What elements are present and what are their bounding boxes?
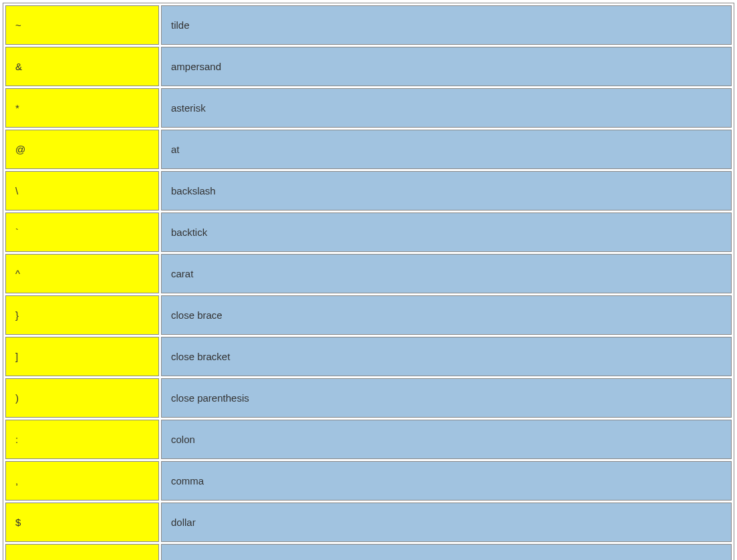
symbol-cell: : (5, 420, 159, 459)
symbol-cell: , (5, 461, 159, 501)
symbol-cell: $ (5, 503, 159, 542)
table-row: @ at (5, 130, 732, 169)
symbol-cell: & (5, 47, 159, 86)
symbols-table: ~ tilde & ampersand * asterisk @ at \ ba… (3, 3, 734, 560)
name-cell: dollar (161, 503, 732, 542)
name-cell: comma (161, 461, 732, 501)
symbol-cell: = (5, 544, 159, 560)
table-row: , comma (5, 461, 732, 501)
symbol-cell: ^ (5, 254, 159, 293)
table-row: ^ carat (5, 254, 732, 293)
symbol-cell: @ (5, 130, 159, 169)
name-cell: close brace (161, 295, 732, 335)
name-cell: carat (161, 254, 732, 293)
table-row: : colon (5, 420, 732, 459)
symbol-cell: ) (5, 378, 159, 418)
table-row: $ dollar (5, 503, 732, 542)
table-row: } close brace (5, 295, 732, 335)
symbols-table-body: ~ tilde & ampersand * asterisk @ at \ ba… (5, 5, 732, 560)
name-cell: close parenthesis (161, 378, 732, 418)
symbol-cell: ] (5, 337, 159, 376)
symbol-cell: ~ (5, 5, 159, 45)
name-cell: close bracket (161, 337, 732, 376)
table-row: = equals (5, 544, 732, 560)
table-row: ] close bracket (5, 337, 732, 376)
table-row: ` backtick (5, 213, 732, 252)
name-cell: equals (161, 544, 732, 560)
symbol-cell: ` (5, 213, 159, 252)
symbol-cell: * (5, 88, 159, 128)
table-row: ~ tilde (5, 5, 732, 45)
table-row: \ backslash (5, 171, 732, 211)
table-row: ) close parenthesis (5, 378, 732, 418)
table-row: & ampersand (5, 47, 732, 86)
name-cell: at (161, 130, 732, 169)
symbol-cell: \ (5, 171, 159, 211)
symbol-cell: } (5, 295, 159, 335)
name-cell: ampersand (161, 47, 732, 86)
name-cell: asterisk (161, 88, 732, 128)
name-cell: backslash (161, 171, 732, 211)
table-row: * asterisk (5, 88, 732, 128)
name-cell: tilde (161, 5, 732, 45)
name-cell: backtick (161, 213, 732, 252)
name-cell: colon (161, 420, 732, 459)
